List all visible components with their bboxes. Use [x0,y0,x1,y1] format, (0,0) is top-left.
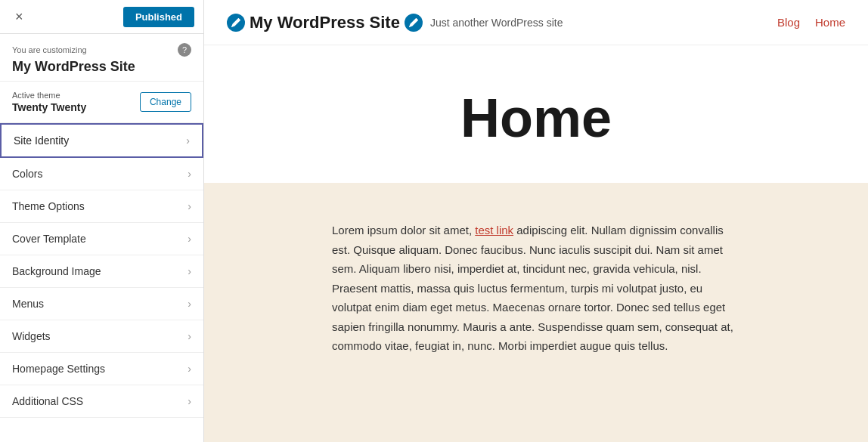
menu-item-background-image[interactable]: Background Image › [0,255,203,288]
help-icon[interactable]: ? [178,43,191,57]
active-theme-name: Twenty Twenty [12,101,86,113]
change-theme-button[interactable]: Change [140,92,191,112]
chevron-right-icon: › [188,265,191,277]
active-theme-info: Active theme Twenty Twenty [12,91,86,113]
menu-item-label: Cover Template [12,233,86,245]
chevron-right-icon: › [188,330,191,342]
home-heading-area: Home [204,45,868,183]
active-theme-label: Active theme [12,91,86,100]
menu-item-colors[interactable]: Colors › [0,158,203,190]
chevron-right-icon: › [186,134,190,147]
close-button[interactable]: × [9,6,29,28]
content-area: Lorem ipsum dolor sit amet, test link ad… [204,183,868,442]
menu-item-label: Site Identity [14,134,69,147]
menu-item-menus[interactable]: Menus › [0,288,203,320]
customizing-info: You are customizing ? My WordPress Site [0,34,203,82]
menu-items-list: Site Identity › Colors › Theme Options ›… [0,123,203,442]
customizing-label: You are customizing ? [12,43,191,57]
published-button[interactable]: Published [123,7,194,27]
menu-item-label: Widgets [12,330,51,342]
chevron-right-icon: › [188,363,191,375]
preview-tagline: Just another WordPress site [430,17,563,29]
chevron-right-icon: › [188,200,191,212]
preview-nav: Blog Home [777,16,845,29]
menu-item-theme-options[interactable]: Theme Options › [0,190,203,223]
preview-site-title: My WordPress Site [250,13,400,32]
sidebar: × Published You are customizing ? My Wor… [0,0,204,442]
site-title-area: My WordPress Site Just another WordPress… [227,13,563,32]
test-link[interactable]: test link [475,224,513,236]
chevron-right-icon: › [188,168,191,180]
menu-item-additional-css[interactable]: Additional CSS › [0,385,203,418]
content-after-link: adipiscing elit. Nullam dignissim conval… [332,224,733,352]
content-paragraph: Lorem ipsum dolor sit amet, test link ad… [332,221,740,356]
menu-item-homepage-settings[interactable]: Homepage Settings › [0,353,203,385]
edit-tagline-icon[interactable] [405,14,423,32]
chevron-right-icon: › [188,395,191,407]
chevron-right-icon: › [188,298,191,310]
menu-item-label: Background Image [12,265,101,277]
menu-item-site-identity[interactable]: Site Identity › [0,123,203,158]
chevron-right-icon: › [188,233,191,245]
menu-item-label: Additional CSS [12,395,83,407]
nav-link-home[interactable]: Home [815,16,845,29]
menu-item-label: Homepage Settings [12,363,105,375]
edit-site-title-icon[interactable] [227,14,245,32]
active-theme-section: Active theme Twenty Twenty Change [0,82,203,123]
menu-item-label: Menus [12,298,44,310]
preview-area: My WordPress Site Just another WordPress… [204,0,868,442]
menu-item-cover-template[interactable]: Cover Template › [0,223,203,255]
preview-header: My WordPress Site Just another WordPress… [204,0,868,45]
customizing-text: You are customizing [12,45,87,54]
content-before-link: Lorem ipsum dolor sit amet, [332,224,475,236]
sidebar-topbar: × Published [0,0,203,34]
home-heading: Home [219,91,853,145]
menu-item-label: Colors [12,168,42,180]
customizing-site-name: My WordPress Site [12,59,191,75]
menu-item-widgets[interactable]: Widgets › [0,320,203,353]
nav-link-blog[interactable]: Blog [777,16,800,29]
menu-item-label: Theme Options [12,200,85,212]
